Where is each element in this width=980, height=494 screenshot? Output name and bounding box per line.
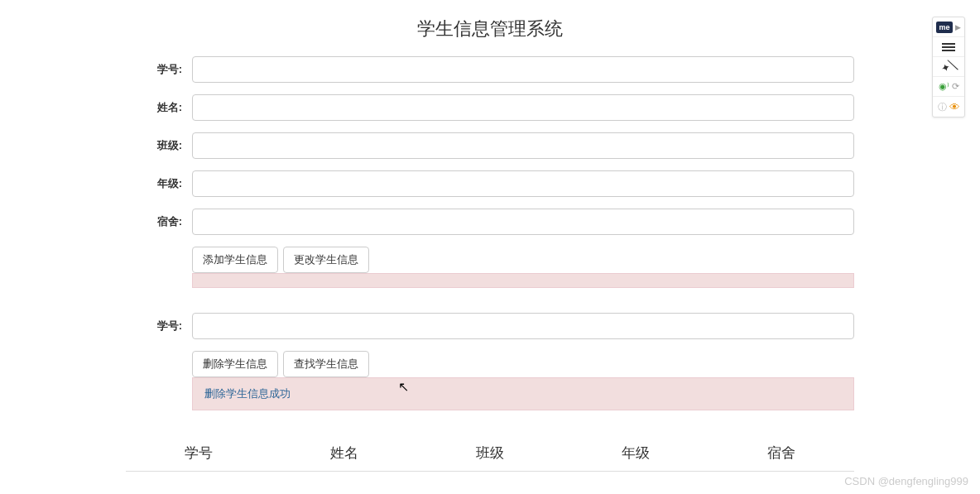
th-grade: 年级 [563,435,709,472]
menu-icon [942,43,955,51]
label-student-dorm: 宿舍: [126,214,192,229]
input-search-id[interactable] [192,313,854,339]
cast-icon: ◉⁾ [939,81,949,92]
form2-alert: 删除学生信息成功 [192,377,854,410]
wand-icon: ✦╲ [939,58,958,75]
toolbar-cast-refresh[interactable]: ◉⁾ ⟳ [933,77,964,97]
label-student-grade: 年级: [126,176,192,191]
update-button[interactable]: 更改学生信息 [283,247,369,273]
watermark: CSDN @dengfengling999 [844,475,968,487]
refresh-icon: ⟳ [952,81,959,92]
form1-alert [192,273,854,288]
dev-toolbar[interactable]: me ▶ ✦╲ ◉⁾ ⟳ ⓘ 👁 [932,17,965,118]
me-badge-icon: me [936,22,952,33]
input-student-grade[interactable] [192,170,854,197]
input-student-name[interactable] [192,94,854,121]
table-header-row: 学号 姓名 班级 年级 宿舍 [126,435,854,472]
label-student-name: 姓名: [126,100,192,115]
input-student-class[interactable] [192,132,854,159]
toolbar-menu[interactable] [933,37,964,57]
th-name: 姓名 [271,435,417,472]
label-student-class: 班级: [126,138,192,153]
search-button[interactable]: 查找学生信息 [283,351,369,377]
add-button[interactable]: 添加学生信息 [192,247,278,273]
input-student-id[interactable] [192,56,854,83]
chevron-right-icon: ▶ [955,23,961,31]
label-search-id: 学号: [126,319,192,333]
delete-button[interactable]: 删除学生信息 [192,351,278,377]
th-id: 学号 [126,435,271,472]
toolbar-me[interactable]: me ▶ [933,17,964,37]
toolbar-wand[interactable]: ✦╲ [933,57,964,77]
th-dorm: 宿舍 [709,435,854,472]
form2-alert-message: 删除学生信息成功 [204,387,291,400]
results-table: 学号 姓名 班级 年级 宿舍 [126,435,854,472]
page-title: 学生信息管理系统 [126,17,854,41]
info-icon: ⓘ [938,101,947,113]
th-class: 班级 [417,435,563,472]
eye-icon: 👁 [949,101,960,113]
input-student-dorm[interactable] [192,209,854,235]
label-student-id: 学号: [126,62,192,77]
toolbar-info-eye[interactable]: ⓘ 👁 [933,97,964,117]
